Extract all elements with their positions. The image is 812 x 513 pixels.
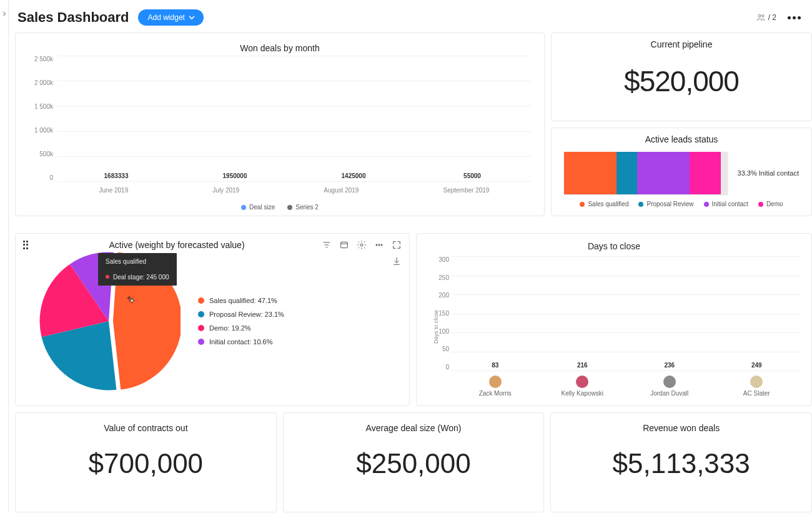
days-title: Days to close [417,234,811,254]
settings-button[interactable] [357,240,367,250]
stacked-segment[interactable] [564,152,616,194]
panel-icon [339,240,349,250]
widget-active-leads-status: Active leads status 33.3% Initial contac… [551,127,812,216]
active-leads-legend: Sales qualifiedProposal ReviewInitial co… [552,194,811,211]
pipeline-value: $520,000 [552,64,811,98]
stacked-segment[interactable] [616,152,637,194]
legend-label: Demo [766,201,783,207]
xaxis-label: June 2019 [99,187,129,194]
won-deals-legend: Deal size Series 2 [28,202,532,216]
legend-label: Sales qualified [588,201,628,207]
bar-value: 1683333 [104,172,129,179]
widget-current-pipeline: Current pipeline $520,000 [551,32,812,121]
pie-chart: Sales qualified Deal stage: 245 000 [37,249,181,393]
chevron-down-icon [189,14,195,21]
stacked-segment[interactable] [690,152,721,194]
contracts-title: Value of contracts out [104,419,187,433]
widget-contracts-out: Value of contracts out $700,000 [15,412,277,512]
bar-value: 55000 [463,172,481,179]
bar-value: 249 [751,362,762,369]
bar-value: 236 [664,362,675,369]
pie-legend-label: Demo: 19.2% [209,324,251,332]
sidebar-expand[interactable] [0,0,9,513]
won-deals-title: Won deals by month [28,37,532,56]
header: Sales Dashboard Add widget / 2 [15,5,806,30]
avatar [489,376,502,388]
widget-revenue-won: Revenue won deals $5,113,333 [550,412,812,512]
pipeline-title: Current pipeline [552,33,811,52]
user-count: / 2 [768,13,776,22]
xaxis-label: Kelly Kapowski [562,390,603,397]
days-canvas: 83216236249 [452,256,800,371]
add-widget-label: Add widget [148,13,185,22]
more-button[interactable] [374,240,384,250]
tooltip-title: Sales qualified [106,258,169,265]
cursor-icon [126,294,137,306]
stacked-segment[interactable] [637,152,690,194]
svg-point-1 [761,15,763,17]
svg-point-0 [758,14,761,17]
legend-label: Initial contact [712,201,748,207]
won-deals-yaxis: 2 500k2 000k1 500k1 000k500k0 [28,56,57,181]
legend-series2: Series 2 [295,204,319,211]
revenue-title: Revenue won deals [643,419,720,433]
svg-point-3 [360,244,363,246]
xaxis-label: August 2019 [324,187,359,194]
pie-legend: Sales qualified: 47.1%Proposal Review: 2… [198,297,284,346]
drag-handle-icon[interactable] [23,241,32,249]
won-deals-xaxis: June 2019July 2019August 2019September 2… [57,187,532,194]
add-widget-button[interactable]: Add widget [138,9,204,26]
gear-icon [357,240,367,250]
svg-point-5 [379,244,380,246]
revenue-value: $5,113,333 [613,448,750,479]
tooltip-value: Deal stage: 245 000 [113,274,169,281]
pie-legend-label: Sales qualified: 47.1% [209,297,277,304]
widget-won-deals: Won deals by month 2 500k2 000k1 500k1 0… [15,32,545,216]
legend-label: Proposal Review [646,201,693,207]
svg-rect-2 [341,242,348,247]
xaxis-label: AC Slater [743,390,770,397]
xaxis-label: Zack Morris [479,390,512,397]
fullscreen-panel-button[interactable] [339,240,349,250]
expand-button[interactable] [392,240,402,250]
bar-value: 83 [492,362,498,369]
pie-tooltip: Sales qualified Deal stage: 245 000 [98,253,177,286]
active-leads-highlight: 33.3% Initial contact [738,169,799,177]
page-title: Sales Dashboard [17,9,129,26]
download-button[interactable] [392,256,402,266]
days-xaxis: Zack MorrisKelly KapowskiJordan DuvallAC… [452,376,800,397]
pie-legend-label: Initial contact: 10.6% [209,338,273,346]
widget-days-to-close: Days to close Days to close 300250200150… [416,233,812,406]
avg-value: $250,000 [356,448,471,479]
xaxis-label: July 2019 [212,187,239,194]
avg-title: Average deal size (Won) [366,419,462,433]
more-menu-button[interactable] [785,14,803,22]
days-yaxis: 300250200150100500 [432,256,449,371]
legend-deal-size: Deal size [249,204,275,211]
avatar [663,376,676,388]
active-leads-stacked-bar [564,152,728,194]
users-icon [756,12,766,22]
avatar [750,376,763,388]
widget-avg-deal-size: Average deal size (Won) $250,000 [283,412,545,512]
active-leads-title: Active leads status [552,128,811,147]
bar-value: 216 [577,362,588,369]
won-deals-canvas: 16833331950000142500055000 [57,56,532,181]
bar-value: 1950000 [223,172,247,179]
contracts-value: $700,000 [89,448,204,479]
pie-legend-label: Proposal Review: 23.1% [209,311,284,318]
bar-value: 1425000 [342,172,366,179]
svg-point-4 [376,244,377,246]
filter-icon [322,240,332,250]
download-icon [392,256,402,266]
filter-button[interactable] [322,240,332,250]
expand-icon [392,240,402,250]
shared-users-badge[interactable]: / 2 [756,12,776,22]
chevron-right-icon [2,11,7,16]
svg-point-6 [381,244,382,246]
more-horizontal-icon [374,240,384,250]
avatar [576,376,588,388]
xaxis-label: Jordan Duvall [650,390,688,397]
xaxis-label: September 2019 [443,187,489,194]
widget-active-forecast-pie: Active (weight by forecasted value) [15,233,410,406]
